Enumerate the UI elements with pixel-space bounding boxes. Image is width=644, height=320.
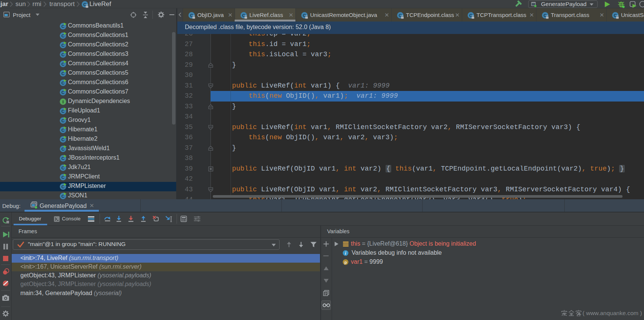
svg-text:p: p [344,260,347,265]
svg-text:I: I [62,100,63,104]
